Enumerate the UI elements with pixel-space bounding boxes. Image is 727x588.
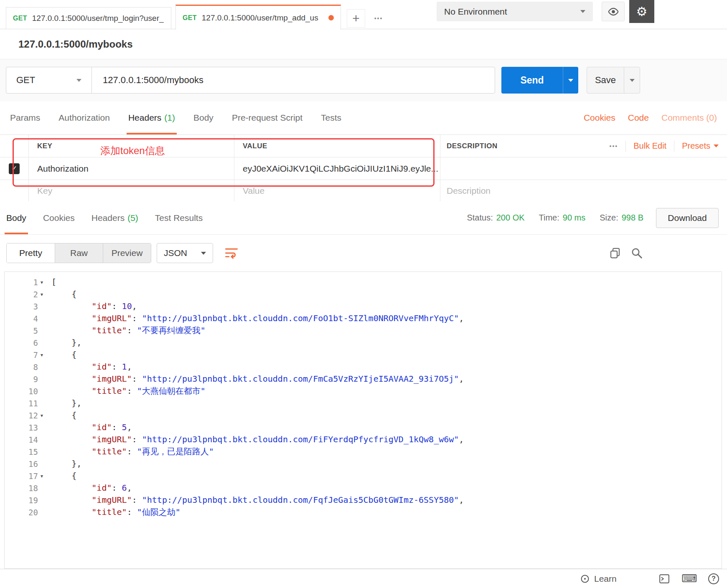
tab-headers[interactable]: Headers (1) bbox=[128, 101, 175, 134]
line-number: 8 bbox=[5, 361, 47, 373]
size-label: Size: bbox=[600, 213, 618, 223]
shortcuts-button[interactable]: ⌨ bbox=[681, 569, 698, 588]
value-input-placeholder[interactable]: Value bbox=[234, 180, 440, 201]
column-value: VALUE bbox=[234, 135, 440, 157]
view-preview-button[interactable]: Preview bbox=[103, 243, 151, 263]
url-input[interactable]: 127.0.0.1:5000/mybooks bbox=[92, 67, 495, 94]
response-tab-body[interactable]: Body bbox=[6, 201, 26, 234]
settings-button[interactable]: ⚙ bbox=[629, 0, 654, 23]
environment-preview-button[interactable] bbox=[602, 2, 625, 21]
copy-response-button[interactable] bbox=[607, 245, 623, 261]
send-options-button[interactable] bbox=[563, 67, 578, 94]
response-section-header: Body Cookies Headers (5) Test Results St… bbox=[0, 201, 727, 235]
header-row-checkbox[interactable]: ✓ bbox=[9, 163, 20, 174]
format-label: JSON bbox=[164, 248, 187, 258]
bulk-edit-link[interactable]: Bulk Edit bbox=[633, 141, 666, 151]
chevron-down-icon bbox=[568, 79, 573, 82]
send-button[interactable]: Send bbox=[501, 67, 563, 94]
line-number: 14 bbox=[5, 433, 47, 446]
tab-url-label: 127.0.0.1:5000/user/tmp_add_us bbox=[202, 13, 323, 23]
column-description: DESCRIPTION bbox=[447, 142, 498, 150]
code-line: }, bbox=[51, 458, 722, 470]
new-tab-button[interactable]: + bbox=[347, 9, 365, 28]
format-selector[interactable]: JSON bbox=[157, 243, 213, 263]
request-tab-2-active[interactable]: GET 127.0.0.1:5000/user/tmp_add_us bbox=[175, 5, 341, 30]
line-number: 11 bbox=[5, 397, 47, 409]
request-title-bar: 127.0.0.1:5000/mybooks bbox=[0, 30, 727, 59]
save-options-button[interactable] bbox=[624, 67, 640, 94]
console-button[interactable] bbox=[656, 569, 673, 588]
line-number[interactable]: 1▾ bbox=[5, 276, 47, 288]
copy-icon bbox=[609, 247, 621, 259]
search-response-button[interactable] bbox=[628, 245, 645, 261]
response-tab-cookies[interactable]: Cookies bbox=[43, 201, 75, 234]
presets-label: Presets bbox=[682, 141, 710, 151]
time-value: 90 ms bbox=[563, 213, 585, 223]
search-icon bbox=[630, 247, 643, 259]
learn-label: Learn bbox=[594, 574, 617, 584]
code-line: "title": "不要再纠缠爱我" bbox=[51, 324, 722, 337]
gear-icon: ⚙ bbox=[636, 4, 648, 19]
line-number[interactable]: 17▾ bbox=[5, 470, 47, 482]
response-tab-test-results[interactable]: Test Results bbox=[155, 201, 203, 234]
token-annotation-label: 添加token信息 bbox=[100, 144, 165, 157]
description-input-placeholder[interactable]: Description bbox=[440, 180, 727, 201]
header-value-field[interactable]: eyJ0eXAiOiJKV1QiLCJhbGciOiJIUzI1NiJ9.eyJ… bbox=[234, 157, 440, 180]
chevron-down-icon bbox=[76, 79, 81, 82]
headers-count-badge: (1) bbox=[164, 113, 175, 123]
response-headers-label: Headers bbox=[92, 213, 125, 223]
help-icon: ? bbox=[708, 573, 719, 584]
learn-button[interactable]: Learn bbox=[580, 569, 617, 588]
environment-selector[interactable]: No Environment bbox=[437, 2, 593, 21]
code-line: "id": 6, bbox=[51, 482, 722, 494]
code-line: "title": "大燕仙朝在都市" bbox=[51, 385, 722, 397]
wrap-lines-button[interactable] bbox=[222, 245, 241, 261]
save-button[interactable]: Save bbox=[587, 67, 624, 94]
tab-authorization[interactable]: Authorization bbox=[58, 101, 110, 134]
view-pretty-button[interactable]: Pretty bbox=[7, 243, 55, 263]
code-line: "title": "仙陨之劫" bbox=[51, 506, 722, 518]
header-description-field[interactable] bbox=[440, 157, 727, 180]
download-button[interactable]: Download bbox=[656, 208, 719, 228]
learn-icon bbox=[580, 574, 590, 584]
response-time: Time: 90 ms bbox=[539, 213, 586, 223]
view-raw-button[interactable]: Raw bbox=[55, 243, 103, 263]
response-gutter: 1▾2▾34567▾89101112▾1314151617▾181920 bbox=[5, 272, 47, 568]
code-line: "imgURL": "http://pu3lpnbqt.bkt.clouddn.… bbox=[51, 373, 722, 385]
environment-label: No Environment bbox=[444, 7, 507, 17]
code-link[interactable]: Code bbox=[628, 113, 649, 123]
line-number[interactable]: 12▾ bbox=[5, 409, 47, 421]
cookies-link[interactable]: Cookies bbox=[584, 113, 615, 123]
tab-method-label: GET bbox=[13, 15, 27, 22]
tab-options-button[interactable]: ••• bbox=[369, 9, 389, 28]
header-key-field[interactable]: Authorization bbox=[28, 157, 234, 180]
line-number: 3 bbox=[5, 300, 47, 312]
request-builder: GET 127.0.0.1:5000/mybooks Send Save bbox=[0, 59, 727, 101]
comments-link[interactable]: Comments (0) bbox=[661, 113, 717, 123]
line-number: 15 bbox=[5, 446, 47, 458]
more-options-icon[interactable]: ••• bbox=[610, 143, 618, 150]
response-body-viewer[interactable]: 1▾2▾34567▾89101112▾1314151617▾181920 [ {… bbox=[4, 271, 722, 569]
response-tab-headers[interactable]: Headers (5) bbox=[92, 201, 138, 234]
header-row-authorization: ✓ Authorization eyJ0eXAiOiJKV1QiLCJhbGci… bbox=[0, 157, 727, 180]
chevron-down-icon bbox=[201, 252, 206, 255]
tab-body[interactable]: Body bbox=[193, 101, 214, 134]
fold-caret-icon: ▾ bbox=[38, 352, 46, 358]
line-number: 10 bbox=[5, 385, 47, 397]
column-description-cell: DESCRIPTION ••• Bulk Edit Presets bbox=[440, 135, 727, 157]
chevron-down-icon bbox=[714, 144, 719, 147]
method-selector[interactable]: GET bbox=[6, 67, 92, 94]
tab-tests[interactable]: Tests bbox=[321, 101, 341, 134]
time-label: Time: bbox=[539, 213, 559, 223]
line-number[interactable]: 7▾ bbox=[5, 349, 47, 361]
line-number: 16 bbox=[5, 458, 47, 470]
tab-prerequest-script[interactable]: Pre-request Script bbox=[232, 101, 302, 134]
fold-caret-icon: ▾ bbox=[38, 291, 46, 297]
help-button[interactable]: ? bbox=[705, 569, 722, 588]
console-icon bbox=[659, 574, 670, 584]
request-tab-1[interactable]: GET 127.0.0.1:5000/user/tmp_login?user_ bbox=[6, 7, 171, 29]
tab-params[interactable]: Params bbox=[10, 101, 40, 134]
line-number[interactable]: 2▾ bbox=[5, 288, 47, 300]
key-input-placeholder[interactable]: Key bbox=[28, 180, 234, 201]
presets-dropdown[interactable]: Presets bbox=[682, 141, 719, 151]
